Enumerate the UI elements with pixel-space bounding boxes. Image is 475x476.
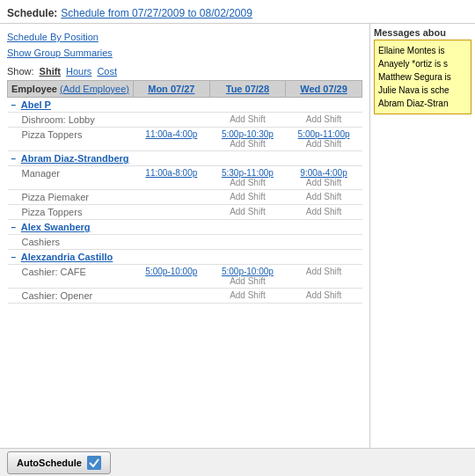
position-name-cell: Pizza Toppers bbox=[8, 205, 134, 220]
add-shift-link[interactable]: Add Shift bbox=[289, 192, 359, 201]
message-item: Matthew Segura is bbox=[378, 70, 467, 84]
main-layout: Schedule By Position Show Group Summarie… bbox=[0, 24, 475, 473]
position-name-cell: Pizza Piemaker bbox=[8, 190, 134, 205]
employee-name-link[interactable]: Abel P bbox=[21, 99, 51, 110]
shift-time-link[interactable]: 9:00a-4:00p bbox=[289, 168, 359, 178]
add-shift-link[interactable]: Add Shift bbox=[289, 290, 359, 300]
shift-cell: Add Shift bbox=[286, 205, 362, 220]
table-row: Cashier: CAFE 5:00p-10:00p 5:00p-10:00pA… bbox=[8, 265, 362, 289]
add-shift-link[interactable]: Add Shift bbox=[213, 207, 281, 216]
message-item: Ellaine Montes is bbox=[378, 44, 467, 57]
employee-name-link[interactable]: Abram Diaz-Strandberg bbox=[21, 153, 129, 164]
table-row: Dishroom: Lobby Add Shift Add Shift bbox=[8, 113, 362, 128]
table-body: – Abel P Dishroom: Lobby Add Shift Add S… bbox=[8, 98, 362, 304]
shift-cell bbox=[133, 205, 209, 220]
shift-cell bbox=[133, 190, 209, 205]
header: Schedule: Schedule from 07/27/2009 to 08… bbox=[0, 0, 475, 24]
table-row: Cashier: Opener Add Shift Add Shift bbox=[8, 289, 362, 304]
schedule-label: Schedule: bbox=[7, 7, 57, 19]
show-label: Show: bbox=[7, 66, 34, 77]
shift-time-link[interactable]: 5:00p-10:00p bbox=[213, 267, 281, 276]
nav-links: Schedule By Position Show Group Summarie… bbox=[7, 29, 362, 61]
shift-cell: Add Shift bbox=[209, 190, 285, 205]
employee-name-cell: – Abel P bbox=[8, 98, 362, 113]
tab-shift[interactable]: Shift bbox=[40, 66, 61, 77]
col-employee-header: Employee (Add Employee) bbox=[8, 81, 134, 98]
shift-cell: Add Shift bbox=[286, 289, 362, 304]
col-tue-header[interactable]: Tue 07/28 bbox=[209, 81, 285, 98]
table-row: Pizza Toppers 11:00a-4:00p 5:00p-10:30pA… bbox=[8, 128, 362, 151]
autoschedule-icon bbox=[87, 456, 101, 470]
shift-cell: Add Shift bbox=[209, 289, 285, 304]
add-shift-link[interactable]: Add Shift bbox=[213, 178, 281, 187]
employee-name-link[interactable]: Alexzandria Castillo bbox=[21, 252, 113, 262]
shift-time-link[interactable]: 5:00p-10:30p bbox=[213, 129, 281, 139]
add-shift-link[interactable]: Add Shift bbox=[213, 192, 281, 201]
shift-cell: 5:00p-10:30pAdd Shift bbox=[209, 128, 285, 151]
shift-cell: 11:00a-8:00p bbox=[133, 166, 209, 190]
shift-cell bbox=[286, 235, 362, 250]
message-item: Abram Diaz-Stran bbox=[378, 97, 467, 110]
employee-group-header: – Alexzandria Castillo bbox=[8, 250, 362, 265]
collapse-icon[interactable]: – bbox=[11, 100, 17, 110]
shift-cell: Add Shift bbox=[209, 205, 285, 220]
autoschedule-label: AutoSchedule bbox=[17, 458, 82, 468]
left-panel: Schedule By Position Show Group Summarie… bbox=[0, 24, 369, 473]
show-group-summaries-link[interactable]: Show Group Summaries bbox=[7, 45, 362, 61]
tab-hours[interactable]: Hours bbox=[66, 66, 91, 77]
shift-cell: 5:30p-11:00pAdd Shift bbox=[209, 166, 285, 190]
schedule-table: Employee (Add Employee) Mon 07/27 Tue 07… bbox=[7, 80, 362, 304]
tab-cost[interactable]: Cost bbox=[97, 66, 117, 77]
shift-cell: Add Shift bbox=[209, 113, 285, 128]
add-shift-link[interactable]: Add Shift bbox=[213, 290, 281, 300]
shift-cell bbox=[209, 235, 285, 250]
shift-time-link[interactable]: 11:00a-8:00p bbox=[136, 168, 206, 178]
employee-group-header: – Alex Swanberg bbox=[8, 220, 362, 235]
collapse-icon[interactable]: – bbox=[11, 154, 17, 164]
schedule-link[interactable]: Schedule from 07/27/2009 to 08/02/2009 bbox=[61, 7, 252, 19]
employee-name-cell: – Alexzandria Castillo bbox=[8, 250, 362, 265]
shift-cell: 9:00a-4:00pAdd Shift bbox=[286, 166, 362, 190]
add-shift-link[interactable]: Add Shift bbox=[289, 178, 359, 187]
shift-cell: Add Shift bbox=[286, 265, 362, 289]
position-name-cell: Pizza Toppers bbox=[8, 128, 134, 151]
add-shift-link[interactable]: Add Shift bbox=[213, 139, 281, 149]
table-header-row: Employee (Add Employee) Mon 07/27 Tue 07… bbox=[8, 81, 362, 98]
shift-time-link[interactable]: 5:00p-11:00p bbox=[289, 129, 359, 139]
autoschedule-button[interactable]: AutoSchedule bbox=[7, 451, 111, 474]
shift-cell: 5:00p-10:00pAdd Shift bbox=[209, 265, 285, 289]
table-row: Cashiers bbox=[8, 235, 362, 250]
employee-name-cell: – Alex Swanberg bbox=[8, 220, 362, 235]
employee-group-header: – Abram Diaz-Strandberg bbox=[8, 151, 362, 166]
add-shift-link[interactable]: Add Shift bbox=[213, 114, 281, 124]
collapse-icon[interactable]: – bbox=[11, 253, 17, 262]
table-row: Manager 11:00a-8:00p 5:30p-11:00pAdd Shi… bbox=[8, 166, 362, 190]
shift-cell bbox=[133, 289, 209, 304]
svg-rect-0 bbox=[87, 456, 101, 470]
employee-name-link[interactable]: Alex Swanberg bbox=[21, 222, 91, 232]
table-row: Pizza Piemaker Add Shift Add Shift bbox=[8, 190, 362, 205]
add-employee-link[interactable]: (Add Employee) bbox=[60, 84, 129, 94]
shift-cell: 5:00p-10:00p bbox=[133, 265, 209, 289]
col-wed-header[interactable]: Wed 07/29 bbox=[286, 81, 362, 98]
right-panel: Messages abou Ellaine Montes is Anayely … bbox=[369, 24, 475, 473]
shift-time-link[interactable]: 11:00a-4:00p bbox=[136, 129, 206, 139]
shift-cell: 5:00p-11:00pAdd Shift bbox=[286, 128, 362, 151]
add-shift-link[interactable]: Add Shift bbox=[289, 207, 359, 216]
position-name-cell: Manager bbox=[8, 166, 134, 190]
shift-time-link[interactable]: 5:30p-11:00p bbox=[213, 168, 281, 178]
collapse-icon[interactable]: – bbox=[11, 223, 17, 232]
add-shift-link[interactable]: Add Shift bbox=[289, 139, 359, 149]
shift-time-link[interactable]: 5:00p-10:00p bbox=[136, 267, 206, 276]
shift-cell: 11:00a-4:00p bbox=[133, 128, 209, 151]
add-shift-link[interactable]: Add Shift bbox=[213, 276, 281, 286]
messages-box: Ellaine Montes is Anayely *ortiz is sMat… bbox=[374, 40, 471, 114]
shift-cell: Add Shift bbox=[286, 113, 362, 128]
add-shift-link[interactable]: Add Shift bbox=[289, 267, 359, 276]
col-mon-header[interactable]: Mon 07/27 bbox=[133, 81, 209, 98]
table-row: Pizza Toppers Add Shift Add Shift bbox=[8, 205, 362, 220]
position-name-cell: Cashiers bbox=[8, 235, 134, 250]
schedule-by-position-link[interactable]: Schedule By Position bbox=[7, 29, 362, 45]
position-name-cell: Cashier: CAFE bbox=[8, 265, 134, 289]
add-shift-link[interactable]: Add Shift bbox=[289, 114, 359, 124]
